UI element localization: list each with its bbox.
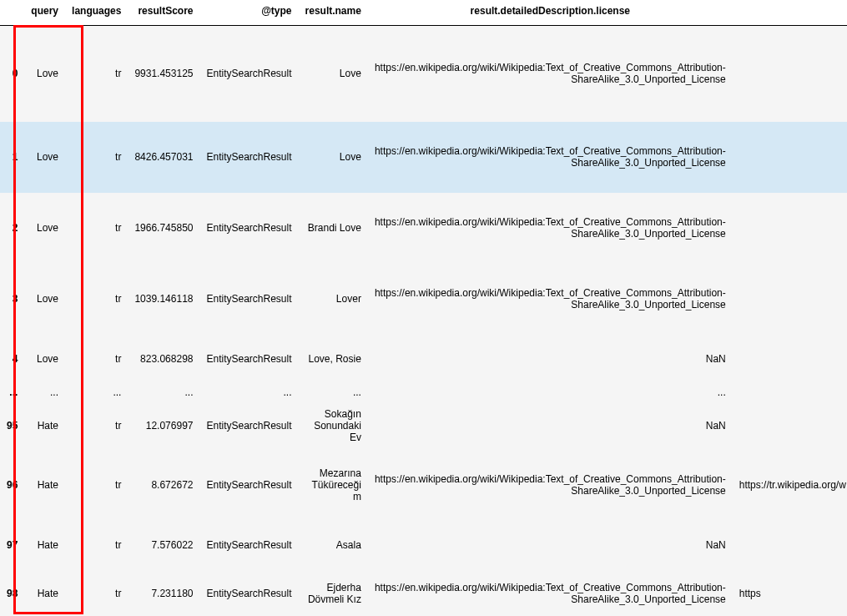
cell-license: NaN — [368, 521, 733, 569]
cell-license: https://en.wikipedia.org/wiki/Wikipedia:… — [368, 122, 733, 193]
cell-license: NaN — [368, 401, 733, 450]
cell-extra — [733, 383, 847, 401]
cell-type: ... — [199, 383, 298, 401]
col-header-extra — [733, 0, 847, 26]
table-row: 97Hatetr7.576022EntitySearchResultAsalaN… — [0, 521, 847, 569]
cell-resultScore: 12.076997 — [128, 401, 199, 450]
row-index: 98 — [0, 569, 24, 617]
cell-languages: tr — [65, 401, 128, 450]
cell-name: Love, Rosie — [299, 335, 368, 383]
cell-type: EntitySearchResult — [199, 335, 298, 383]
cell-license: https://en.wikipedia.org/wiki/Wikipedia:… — [368, 450, 733, 521]
cell-type: EntitySearchResult — [199, 122, 298, 193]
cell-query: ... — [24, 383, 65, 401]
cell-resultScore: 8426.457031 — [128, 122, 199, 193]
cell-type: EntitySearchResult — [199, 521, 298, 569]
col-header-type: @type — [199, 0, 298, 26]
cell-extra: https://tr.wikipedia.org/w — [733, 450, 847, 521]
table-container: query languages resultScore @type result… — [0, 0, 847, 616]
row-index: 1 — [0, 122, 24, 193]
table-row: 1Lovetr8426.457031EntitySearchResultLove… — [0, 122, 847, 193]
row-index: 96 — [0, 450, 24, 521]
cell-name: Ejderha Dövmeli Kız — [299, 569, 368, 617]
cell-extra: https — [733, 569, 847, 617]
cell-resultScore: 823.068298 — [128, 335, 199, 383]
col-header-languages: languages — [65, 0, 128, 26]
col-header-index — [0, 0, 24, 26]
cell-languages: tr — [65, 521, 128, 569]
cell-languages: tr — [65, 264, 128, 335]
cell-license: https://en.wikipedia.org/wiki/Wikipedia:… — [368, 264, 733, 335]
cell-extra — [733, 122, 847, 193]
row-index: 97 — [0, 521, 24, 569]
data-table: query languages resultScore @type result… — [0, 0, 847, 616]
cell-name: Mezarına Tüküreceğim — [299, 450, 368, 521]
col-header-license: result.detailedDescription.license — [368, 0, 733, 26]
col-header-resultname: result.name — [299, 0, 368, 26]
cell-query: Love — [24, 122, 65, 193]
row-index: 2 — [0, 193, 24, 264]
cell-name: Love — [299, 122, 368, 193]
header-row: query languages resultScore @type result… — [0, 0, 847, 26]
cell-extra — [733, 401, 847, 450]
cell-query: Hate — [24, 401, 65, 450]
col-header-query: query — [24, 0, 65, 26]
cell-name: Love — [299, 26, 368, 122]
cell-query: Hate — [24, 569, 65, 617]
cell-languages: ... — [65, 383, 128, 401]
table-row: 95Hatetr12.076997EntitySearchResultSokağ… — [0, 401, 847, 450]
cell-languages: tr — [65, 193, 128, 264]
cell-query: Love — [24, 335, 65, 383]
row-index: 3 — [0, 264, 24, 335]
cell-extra — [733, 26, 847, 122]
table-row: 98Hatetr7.231180EntitySearchResultEjderh… — [0, 569, 847, 617]
row-index: ... — [0, 383, 24, 401]
cell-query: Love — [24, 26, 65, 122]
cell-query: Love — [24, 264, 65, 335]
cell-extra — [733, 521, 847, 569]
cell-license: https://en.wikipedia.org/wiki/Wikipedia:… — [368, 569, 733, 617]
cell-type: EntitySearchResult — [199, 401, 298, 450]
cell-query: Hate — [24, 450, 65, 521]
cell-languages: tr — [65, 122, 128, 193]
cell-type: EntitySearchResult — [199, 26, 298, 122]
cell-extra — [733, 193, 847, 264]
table-row: 0Lovetr9931.453125EntitySearchResultLove… — [0, 26, 847, 122]
cell-license: https://en.wikipedia.org/wiki/Wikipedia:… — [368, 26, 733, 122]
cell-name: Sokağın Sonundaki Ev — [299, 401, 368, 450]
cell-languages: tr — [65, 335, 128, 383]
cell-extra — [733, 335, 847, 383]
cell-license: NaN — [368, 335, 733, 383]
cell-type: EntitySearchResult — [199, 264, 298, 335]
cell-name: ... — [299, 383, 368, 401]
cell-license: ... — [368, 383, 733, 401]
cell-resultScore: 8.672672 — [128, 450, 199, 521]
row-index: 0 — [0, 26, 24, 122]
cell-type: EntitySearchResult — [199, 193, 298, 264]
cell-resultScore: ... — [128, 383, 199, 401]
table-row: ..................... — [0, 383, 847, 401]
cell-name: Brandi Love — [299, 193, 368, 264]
cell-type: EntitySearchResult — [199, 569, 298, 617]
col-header-resultscore: resultScore — [128, 0, 199, 26]
cell-resultScore: 1966.745850 — [128, 193, 199, 264]
cell-license: https://en.wikipedia.org/wiki/Wikipedia:… — [368, 193, 733, 264]
cell-languages: tr — [65, 26, 128, 122]
cell-extra — [733, 264, 847, 335]
cell-query: Hate — [24, 521, 65, 569]
cell-languages: tr — [65, 569, 128, 617]
cell-resultScore: 7.576022 — [128, 521, 199, 569]
table-row: 2Lovetr1966.745850EntitySearchResultBran… — [0, 193, 847, 264]
table-row: 3Lovetr1039.146118EntitySearchResultLove… — [0, 264, 847, 335]
cell-type: EntitySearchResult — [199, 450, 298, 521]
cell-languages: tr — [65, 450, 128, 521]
table-row: 96Hatetr8.672672EntitySearchResultMezarı… — [0, 450, 847, 521]
cell-resultScore: 7.231180 — [128, 569, 199, 617]
cell-name: Asala — [299, 521, 368, 569]
cell-query: Love — [24, 193, 65, 264]
cell-resultScore: 9931.453125 — [128, 26, 199, 122]
cell-name: Lover — [299, 264, 368, 335]
row-index: 95 — [0, 401, 24, 450]
cell-resultScore: 1039.146118 — [128, 264, 199, 335]
row-index: 4 — [0, 335, 24, 383]
